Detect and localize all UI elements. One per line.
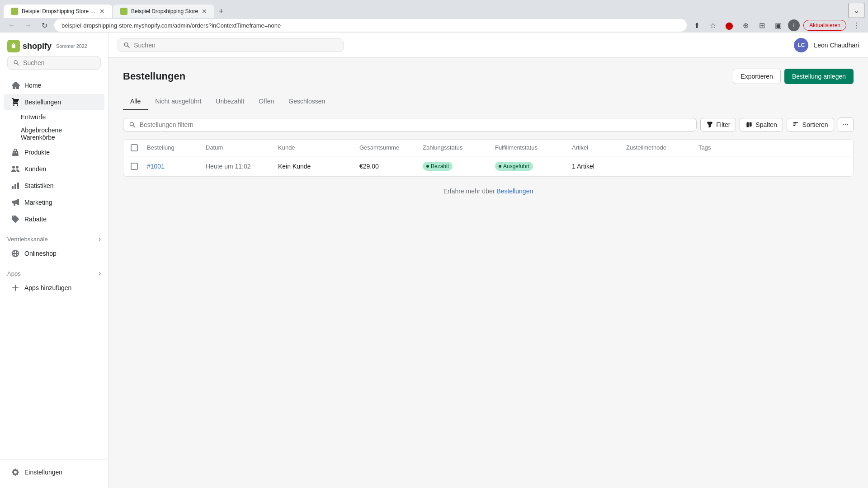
- search-input[interactable]: [23, 59, 95, 66]
- browser-profile[interactable]: L: [788, 19, 800, 31]
- col-fulfillmentstatus: Fulfillmentstatus: [495, 144, 572, 151]
- tab-offen[interactable]: Offen: [251, 93, 281, 110]
- sidebar-item-statistiken[interactable]: Statistiken: [4, 178, 104, 194]
- export-button[interactable]: Exportieren: [733, 69, 781, 84]
- analytics-icon: [11, 181, 20, 190]
- address-bar[interactable]: [54, 19, 687, 32]
- extension-button-3[interactable]: ⊞: [755, 19, 768, 32]
- sidebar-item-produkte[interactable]: Produkte: [4, 144, 104, 160]
- learn-more-link[interactable]: Bestellungen: [496, 188, 533, 195]
- add-apps-icon: [11, 283, 20, 292]
- col-artikel: Artikel: [572, 144, 626, 151]
- sidebar-item-marketing[interactable]: Marketing: [4, 194, 104, 211]
- settings-icon: [11, 468, 20, 477]
- onlineshop-icon: [11, 249, 20, 258]
- fulfillmentstatus-badge: Ausgeführt: [495, 162, 533, 171]
- sidebar-item-marketing-label: Marketing: [24, 199, 52, 206]
- shopify-wordmark: shopify: [23, 42, 52, 51]
- new-tab-button[interactable]: +: [215, 5, 227, 18]
- create-order-button[interactable]: Bestellung anlegen: [784, 69, 854, 84]
- sidebar-item-onlineshop-label: Onlineshop: [24, 250, 57, 257]
- row-gesamtsumme: €29,00: [359, 163, 423, 170]
- update-button[interactable]: Aktualisieren: [803, 20, 846, 31]
- sidebar: shopify Sommer 2022 Home: [0, 33, 108, 488]
- vertriebskanale-header[interactable]: Vertriebskanäle ›: [0, 228, 108, 245]
- col-datum: Datum: [206, 144, 278, 151]
- refresh-button[interactable]: ↻: [38, 19, 51, 32]
- products-icon: [11, 148, 20, 157]
- tab-close-2[interactable]: ✕: [202, 8, 207, 15]
- tab-title-2: Beispiel Dropshipping Store: [131, 8, 198, 14]
- row-checkbox[interactable]: [131, 163, 147, 170]
- sidebar-item-home-label: Home: [24, 82, 41, 89]
- share-button[interactable]: ⬆: [690, 19, 703, 32]
- filter-icon: [706, 121, 713, 128]
- sidebar-item-rabatte-label: Rabatte: [24, 216, 47, 223]
- sidebar-item-settings[interactable]: Einstellungen: [4, 464, 104, 480]
- orders-icon: [11, 98, 20, 107]
- sort-icon: [793, 121, 800, 128]
- col-zustellmethode: Zustellmethode: [626, 144, 698, 151]
- columns-button[interactable]: Spalten: [740, 118, 783, 131]
- sidebar-item-apps-add[interactable]: Apps hinzufügen: [4, 280, 104, 296]
- topbar-search-input[interactable]: [134, 42, 338, 49]
- sidebar-item-produkte-label: Produkte: [24, 149, 50, 156]
- main-content: Bestellungen Exportieren Bestellung anle…: [108, 58, 868, 488]
- order-tabs: Alle Nicht ausgeführt Unbezahlt Offen Ge…: [123, 93, 854, 110]
- filter-button[interactable]: Filter: [700, 118, 736, 131]
- tab-close-1[interactable]: ✕: [99, 8, 105, 15]
- sidebar-item-rabatte[interactable]: Rabatte: [4, 211, 104, 227]
- sidebar-search-area: [0, 56, 108, 73]
- sidebar-item-statistiken-label: Statistiken: [24, 182, 54, 189]
- orders-filter-input[interactable]: [140, 121, 691, 128]
- extension-button-1[interactable]: ⬤: [723, 19, 736, 32]
- col-tags: Tags: [698, 144, 846, 151]
- sidebar-footer: Einstellungen: [0, 460, 108, 488]
- tab-favicon-1: [11, 8, 18, 15]
- bookmark-button[interactable]: ☆: [707, 19, 719, 32]
- browser-menu-button[interactable]: ⋮: [850, 19, 863, 32]
- sort-button[interactable]: Sortieren: [787, 118, 834, 131]
- more-filters-button[interactable]: ···: [838, 117, 854, 132]
- orders-filter-search[interactable]: [123, 118, 697, 131]
- browser-tab-2[interactable]: Beispiel Dropshipping Store ✕: [113, 5, 214, 18]
- browser-toolbar: ← → ↻ ⬆ ☆ ⬤ ⊕ ⊞ ▣ L Aktualisieren ⋮: [0, 18, 868, 33]
- back-button[interactable]: ←: [5, 19, 18, 32]
- sidebar-item-onlineshop[interactable]: Onlineshop: [4, 245, 104, 262]
- topbar-search-container: [118, 38, 344, 52]
- sidebar-sub-bestellungen: Entwürfe Abgebrochene Warenkörbe: [0, 111, 108, 144]
- sidebar-item-abgebrochene[interactable]: Abgebrochene Warenkörbe: [21, 124, 104, 144]
- extension-button-2[interactable]: ⊕: [739, 19, 752, 32]
- table-row[interactable]: #1001 Heute um 11:02 Kein Kunde €29,00 B…: [123, 156, 853, 176]
- tab-nicht-ausgefuehrt[interactable]: Nicht ausgeführt: [148, 93, 208, 110]
- sidebar-item-home[interactable]: Home: [4, 77, 104, 94]
- sidebar-item-bestellungen[interactable]: Bestellungen: [4, 94, 104, 110]
- zahlungsstatus-badge: Bezahlt: [423, 162, 453, 171]
- col-bestellung: Bestellung: [147, 144, 206, 151]
- customers-icon: [11, 164, 20, 174]
- home-icon: [11, 81, 20, 90]
- tab-alle[interactable]: Alle: [123, 93, 148, 110]
- filter-search-icon: [129, 121, 136, 128]
- tab-favicon-2: [120, 8, 127, 15]
- apps-chevron: ›: [99, 269, 101, 277]
- apps-header[interactable]: Apps ›: [0, 262, 108, 279]
- browser-tab-1[interactable]: Beispiel Dropshipping Store · ... ✕: [4, 5, 112, 18]
- extension-button-4[interactable]: ▣: [772, 19, 784, 32]
- tab-overflow-button[interactable]: ⌄: [849, 3, 864, 18]
- topbar: LC Leon Chaudhari: [108, 33, 868, 58]
- col-kunde: Kunde: [278, 144, 359, 151]
- sidebar-item-kunden[interactable]: Kunden: [4, 161, 104, 177]
- shopify-badge: Sommer 2022: [56, 43, 87, 49]
- forward-button[interactable]: →: [22, 19, 34, 32]
- row-checkbox-input[interactable]: [131, 163, 138, 170]
- topbar-search-bar[interactable]: [118, 38, 344, 52]
- global-search-bar[interactable]: [7, 56, 101, 70]
- header-checkbox[interactable]: [131, 144, 138, 151]
- fulfillmentstatus-dot: [499, 165, 501, 168]
- sidebar-item-entwerfe[interactable]: Entwürfe: [21, 111, 104, 123]
- tab-unbezahlt[interactable]: Unbezahlt: [208, 93, 251, 110]
- col-zahlungsstatus: Zahlungsstatus: [423, 144, 495, 151]
- tab-title-1: Beispiel Dropshipping Store · ...: [22, 8, 96, 14]
- tab-geschlossen[interactable]: Geschlossen: [281, 93, 332, 110]
